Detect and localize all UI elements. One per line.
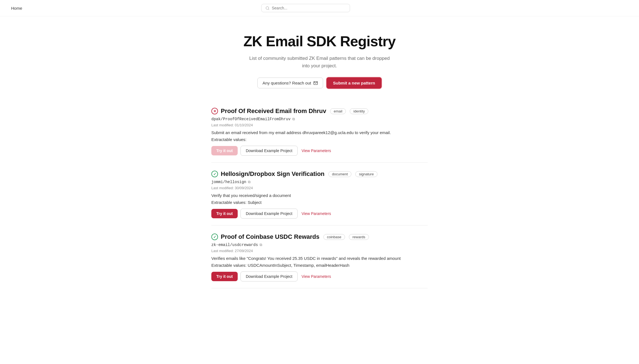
search-input[interactable] [272,6,346,10]
hero-section: ZK Email SDK Registry List of community … [0,16,639,100]
card-actions: Try it out Download Example Project View… [211,271,428,281]
repo-path: zk-email/usdcrewards [211,243,258,247]
extractable-values: Extractable values: Subject [211,200,428,205]
check-icon: ✓ [211,234,218,240]
pattern-repo: jommi/hellosign ⧉ [211,180,428,184]
last-modified: Last modified: 01/10/2024 [211,123,428,127]
tag-rewards: rewards [349,234,369,240]
view-parameters-button[interactable]: View Parameters [300,272,332,281]
copy-icon[interactable]: ⧉ [248,180,250,184]
card-actions: Try it out Download Example Project View… [211,146,428,156]
extractable-values: Extractable values: USDCAmountInSubject,… [211,263,428,268]
pattern-repo: zk-email/usdcrewards ⧉ [211,243,428,247]
submit-pattern-button[interactable]: Submit a new pattern [326,77,382,89]
view-parameters-button[interactable]: View Parameters [300,146,332,155]
tag-coinbase: coinbase [323,234,345,240]
pattern-description: Verify that you received/signed a docume… [211,192,428,199]
tag-signature: signature [355,171,377,177]
repo-path: jommi/hellosign [211,180,246,184]
pattern-title: Proof of Coinbase USDC Rewards [221,233,320,240]
pattern-description: Verifies emails like "Congrats! You rece… [211,255,428,262]
pattern-repo: dpak/ProofOfReceivedEmailFromDhruv ⧉ [211,117,428,121]
hero-actions: Any questions? Reach out Submit a new pa… [6,77,633,89]
last-modified: Last modified: 27/09/2024 [211,249,428,253]
navbar: Home [0,0,639,16]
try-out-button[interactable]: Try it out [211,146,238,155]
try-out-button[interactable]: Try it out [211,272,238,281]
download-button[interactable]: Download Example Project [240,271,298,281]
card-actions: Try it out Download Example Project View… [211,209,428,219]
download-button[interactable]: Download Example Project [240,146,298,156]
pattern-card: ✓ Proof of Coinbase USDC Rewards coinbas… [211,225,428,288]
view-parameters-button[interactable]: View Parameters [300,209,332,218]
search-icon [265,6,270,10]
extractable-values: Extractable values: [211,137,428,142]
pattern-header: ✓ Hellosign/Dropbox Sign Verification do… [211,170,428,178]
pattern-title: Proof Of Received Email from Dhruv [221,107,326,115]
page-title: ZK Email SDK Registry [6,33,633,50]
copy-icon[interactable]: ⧉ [260,243,262,247]
tag-document: document [328,171,351,177]
try-out-button[interactable]: Try it out [211,209,238,218]
check-icon: ✓ [211,171,218,177]
hero-subtitle: List of community submitted ZK Email pat… [247,55,392,70]
copy-icon[interactable]: ⧉ [292,117,295,121]
pattern-description: Submit an email received from my email a… [211,129,428,136]
search-bar [261,4,350,12]
download-button[interactable]: Download Example Project [240,209,298,219]
nav-home-link[interactable]: Home [11,6,22,11]
pattern-card: ✓ Hellosign/Dropbox Sign Verification do… [211,163,428,225]
tag-email: email [330,108,346,114]
pattern-title: Hellosign/Dropbox Sign Verification [221,170,324,178]
x-icon: ✕ [211,108,218,114]
svg-line-1 [268,9,269,10]
pattern-card: ✕ Proof Of Received Email from Dhruv ema… [211,100,428,163]
pattern-header: ✕ Proof Of Received Email from Dhruv ema… [211,107,428,115]
repo-path: dpak/ProofOfReceivedEmailFromDhruv [211,117,291,121]
reach-out-button[interactable]: Any questions? Reach out [257,78,323,88]
tag-identity: identity [350,108,368,114]
reach-out-label: Any questions? Reach out [263,81,311,85]
patterns-list: ✕ Proof Of Received Email from Dhruv ema… [206,100,433,305]
mail-icon [313,81,318,85]
pattern-header: ✓ Proof of Coinbase USDC Rewards coinbas… [211,233,428,240]
last-modified: Last modified: 30/09/2024 [211,186,428,190]
